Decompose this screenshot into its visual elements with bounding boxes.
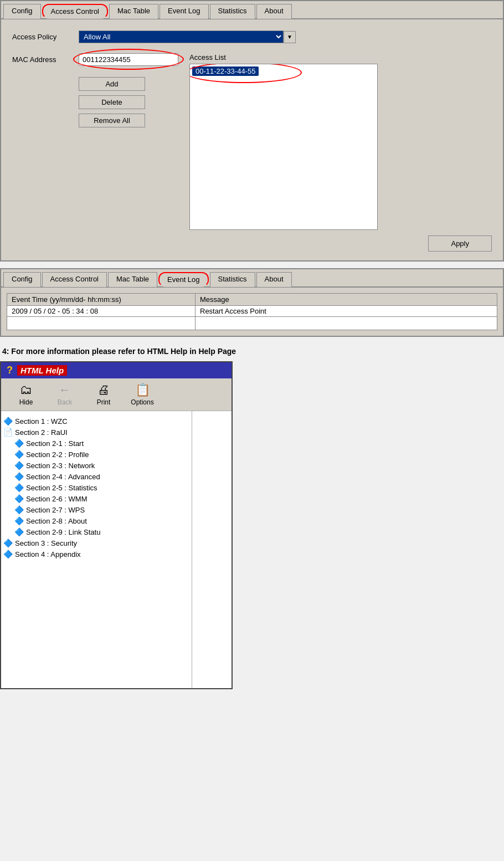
tree-item[interactable]: 🔷Section 2-3 : Network	[3, 460, 189, 471]
tree-item[interactable]: 🔷Section 2-4 : Advanced	[3, 471, 189, 482]
tree-item-label: Section 2-7 : WPS	[26, 506, 85, 514]
tree-icon: 🔷	[3, 550, 13, 558]
tree-item[interactable]: 🔷Section 2-9 : Link Statu	[3, 526, 189, 537]
tree-item-label: Section 3 : Security	[15, 539, 77, 547]
hide-icon: 🗂	[20, 383, 32, 397]
tree-item[interactable]: 🔷Section 1 : WZC	[3, 416, 189, 427]
table-row: 2009 / 05 / 02 - 05 : 34 : 08 Restart Ac…	[7, 306, 497, 317]
tab2-statistics[interactable]: Statistics	[210, 272, 255, 287]
tree-icon: 🔷	[14, 527, 24, 536]
mac-address-row: MAC Address 001122334455	[12, 53, 178, 66]
tree-item[interactable]: 🔷Section 4 : Appendix	[3, 549, 189, 560]
tree-item-label: Section 2-5 : Statistics	[26, 484, 97, 492]
tree-item-label: Section 2-3 : Network	[26, 462, 95, 470]
back-icon: ←	[59, 383, 71, 397]
delete-button[interactable]: Delete	[79, 95, 145, 109]
tab-config[interactable]: Config	[3, 4, 41, 19]
tree-item-label: Section 2-1 : Start	[26, 439, 84, 448]
help-hide-button[interactable]: 🗂 Hide	[7, 382, 45, 407]
tree-item-label: Section 2-9 : Link Statu	[26, 528, 100, 536]
hide-label: Hide	[19, 398, 33, 406]
tree-icon: 📄	[3, 428, 13, 437]
help-window: ? HTML Help 🗂 Hide ← Back 🖨 Print 📋 Opti…	[0, 361, 233, 689]
tab-bar-2: Config Access Control Mac Table Event Lo…	[1, 269, 503, 288]
tree-item[interactable]: 🔷Section 2-7 : WPS	[3, 504, 189, 515]
options-icon: 📋	[135, 383, 150, 397]
tab-mac-table[interactable]: Mac Table	[109, 4, 158, 19]
help-titlebar: ? HTML Help	[1, 362, 232, 378]
help-splitter: 🔷Section 1 : WZC📄Section 2 : RaUI🔷Sectio…	[1, 411, 232, 688]
event-log-table: Event Time (yy/mm/dd- hh:mm:ss) Message …	[7, 293, 497, 330]
tree-icon: 🔷	[14, 494, 24, 503]
help-print-button[interactable]: 🖨 Print	[84, 382, 123, 407]
panel-event-log: Config Access Control Mac Table Event Lo…	[0, 268, 504, 337]
main-form-area: MAC Address 001122334455 Add Delete Remo…	[12, 53, 492, 230]
print-icon: 🖨	[97, 383, 110, 397]
help-options-button[interactable]: 📋 Options	[123, 382, 162, 407]
tree-item[interactable]: 🔷Section 2-1 : Start	[3, 438, 189, 449]
tree-item-label: Section 2-8 : About	[26, 517, 87, 525]
tree-item[interactable]: 📄Section 2 : RaUI	[3, 427, 189, 438]
help-tree-pane: 🔷Section 1 : WZC📄Section 2 : RaUI🔷Sectio…	[1, 411, 192, 688]
print-label: Print	[97, 398, 111, 406]
tab-access-control[interactable]: Access Control	[42, 4, 108, 19]
tree-item-label: Section 2-2 : Profile	[26, 450, 89, 459]
help-section-heading: 4: For more information please refer to …	[2, 347, 504, 356]
tree-icon: 🔷	[14, 472, 24, 481]
help-title-icon: ?	[7, 365, 13, 376]
tree-icon: 🔷	[3, 417, 13, 426]
cell-event-time: 2009 / 05 / 02 - 05 : 34 : 08	[7, 306, 196, 317]
tree-item-label: Section 2 : RaUI	[15, 428, 68, 437]
cell-empty-msg	[196, 317, 497, 330]
add-button[interactable]: Add	[79, 77, 145, 91]
cell-empty-time	[7, 317, 196, 330]
cell-message: Restart Access Point	[196, 306, 497, 317]
tree-icon: 🔷	[14, 516, 24, 525]
tree-item[interactable]: 🔷Section 2-5 : Statistics	[3, 482, 189, 493]
col-event-time: Event Time (yy/mm/dd- hh:mm:ss)	[7, 294, 196, 306]
tab2-event-log[interactable]: Event Log	[158, 272, 209, 287]
mac-address-input[interactable]: 001122334455	[79, 53, 178, 66]
access-policy-label: Access Policy	[12, 33, 79, 41]
options-label: Options	[131, 398, 153, 406]
tab-event-log[interactable]: Event Log	[160, 4, 209, 19]
tab2-config[interactable]: Config	[3, 272, 41, 287]
tree-item[interactable]: 🔷Section 2-8 : About	[3, 515, 189, 526]
tree-item-label: Section 4 : Appendix	[15, 550, 81, 558]
remove-all-button[interactable]: Remove All	[79, 114, 145, 127]
tab2-mac-table[interactable]: Mac Table	[108, 272, 157, 287]
tab2-access-control[interactable]: Access Control	[42, 272, 107, 287]
tree-item[interactable]: 🔷Section 2-2 : Profile	[3, 449, 189, 460]
access-list-item: 00-11-22-33-44-55	[192, 66, 259, 76]
tree-item-label: Section 2-4 : Advanced	[26, 473, 100, 481]
tree-icon: 🔷	[14, 450, 24, 459]
apply-row: Apply	[12, 235, 492, 252]
help-back-button[interactable]: ← Back	[45, 382, 84, 407]
tab-bar-1: Config Access Control Mac Table Event Lo…	[1, 1, 503, 19]
table-row	[7, 317, 497, 330]
help-content-pane	[192, 411, 232, 688]
tab2-about[interactable]: About	[256, 272, 292, 287]
left-section: MAC Address 001122334455 Add Delete Remo…	[12, 53, 178, 127]
access-policy-select[interactable]: Allow All	[79, 30, 284, 43]
access-policy-arrow[interactable]: ▼	[284, 31, 296, 43]
access-policy-row: Access Policy Allow All ▼	[12, 30, 492, 43]
tab-statistics[interactable]: Statistics	[210, 4, 255, 19]
tab-about[interactable]: About	[256, 4, 292, 19]
mac-address-label: MAC Address	[12, 53, 79, 64]
tree-icon: 🔷	[14, 505, 24, 514]
tree-icon: 🔷	[3, 539, 13, 547]
tree-item-label: Section 2-6 : WMM	[26, 495, 88, 503]
tree-item[interactable]: 🔷Section 3 : Security	[3, 537, 189, 549]
tree-icon: 🔷	[14, 483, 24, 492]
tree-item[interactable]: 🔷Section 2-6 : WMM	[3, 493, 189, 504]
panel1-content: Access Policy Allow All ▼ MAC Address 00…	[1, 19, 503, 260]
tree-icon: 🔷	[14, 439, 24, 448]
help-toolbar: 🗂 Hide ← Back 🖨 Print 📋 Options	[1, 378, 232, 411]
access-list-label: Access List	[189, 53, 378, 62]
back-label: Back	[58, 398, 73, 406]
apply-button[interactable]: Apply	[428, 235, 492, 252]
access-list-box[interactable]: 00-11-22-33-44-55	[189, 64, 378, 230]
tree-item-label: Section 1 : WZC	[15, 417, 68, 426]
panel2-content: Event Time (yy/mm/dd- hh:mm:ss) Message …	[1, 288, 503, 336]
